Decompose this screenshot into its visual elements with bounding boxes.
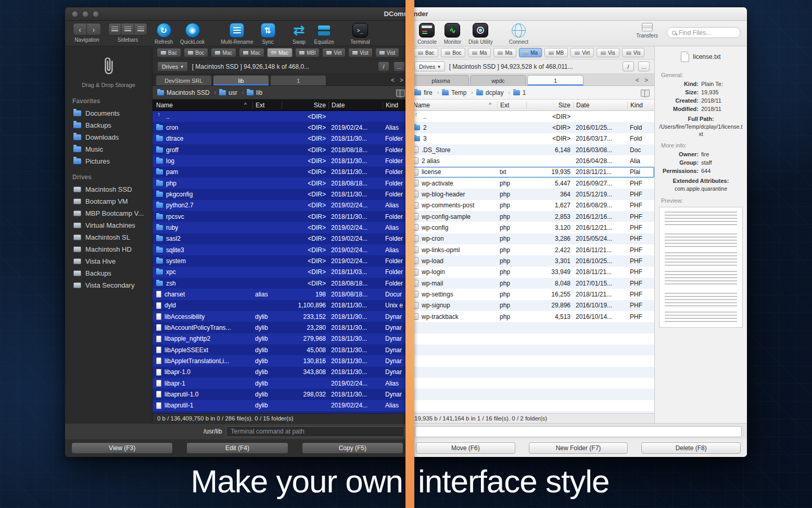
column-size[interactable]: Size xyxy=(282,102,328,109)
drives-dropdown[interactable]: Drives xyxy=(157,61,188,71)
file-row[interactable]: dtrace <DIR> 2018/11/30... Folder xyxy=(153,133,410,144)
file-row[interactable]: 2 alias 2016/04/28... Alia xyxy=(410,155,654,166)
file-row[interactable]: .. <DIR> xyxy=(410,111,654,122)
file-row[interactable]: pkgconfig <DIR> 2018/11/30... Folder xyxy=(153,189,410,200)
file-row[interactable]: wp-cron php 3,286 2015/05/24... PHF xyxy=(410,233,654,244)
tab[interactable]: wpdc xyxy=(470,75,526,85)
toolbar-item[interactable]: QuickLook xyxy=(180,23,205,45)
function-button[interactable]: New Folder (F7) xyxy=(529,442,628,454)
close-button[interactable] xyxy=(72,11,78,17)
drive-chip[interactable]: Vis xyxy=(622,48,645,57)
drive-chip[interactable]: Virt xyxy=(570,48,594,57)
next-tab-button[interactable]: > xyxy=(644,77,648,84)
file-row[interactable]: python2.7 <DIR> 2019/02/24... Alias xyxy=(153,200,410,211)
file-row[interactable]: wp-load php 3,301 2016/10/25... PHF xyxy=(410,255,654,266)
file-row[interactable]: libAppleSSEExt dylib 45,008 2018/11/30..… xyxy=(153,344,410,355)
file-row[interactable]: libAccountPolicyTrans... dylib 23,280 20… xyxy=(153,322,410,333)
zoom-button[interactable] xyxy=(93,11,99,17)
drive-chip[interactable]: Virt xyxy=(322,48,346,57)
back-button[interactable]: ‹ xyxy=(73,23,87,35)
sidebar-item[interactable]: MBP Bootcamp V... xyxy=(65,207,152,219)
toolbar-item[interactable]: Monitor xyxy=(444,23,461,45)
sidebar-item[interactable]: Documents xyxy=(65,107,152,119)
sidebar-item[interactable]: Backups xyxy=(65,119,152,131)
toolbar-item[interactable]: Terminal xyxy=(350,23,370,45)
column-ext[interactable]: Ext xyxy=(252,102,282,109)
file-row[interactable]: libAppletTranslationLi... dylib 130,816 … xyxy=(153,355,410,366)
column-size[interactable]: Size xyxy=(526,102,573,109)
function-button[interactable]: Delete (F8) xyxy=(641,442,741,454)
breadcrumb-item[interactable]: dcplay › xyxy=(476,89,512,96)
transfers-button[interactable]: Transfers xyxy=(636,23,658,39)
sidebar-item[interactable]: Vista Secondary xyxy=(65,279,152,291)
file-row[interactable]: cron <DIR> 2019/02/24... Alias xyxy=(153,122,410,133)
file-row[interactable]: sqlite3 <DIR> 2019/02/24... Alias xyxy=(153,244,410,255)
toolbar-item[interactable]: Sync xyxy=(261,23,275,45)
toolbar-item[interactable]: Multi-Rename xyxy=(221,23,253,45)
drive-chip[interactable]: Vist xyxy=(375,48,400,57)
file-row[interactable]: dyld 1,100,896 2018/11/30... Unix e xyxy=(153,300,410,311)
file-row[interactable]: wp-activate php 5,447 2016/09/27... PHF xyxy=(410,178,654,189)
file-row[interactable]: log <DIR> 2018/11/30... Folder xyxy=(153,155,410,166)
column-name[interactable]: Name^ xyxy=(410,102,497,109)
file-row[interactable]: wp-config php 3,120 2016/12/21... PHF xyxy=(410,222,654,233)
sidebar-layout-right-icon[interactable] xyxy=(134,23,147,35)
column-date[interactable]: Date xyxy=(328,102,383,109)
file-row[interactable]: wp-signup php 29,896 2016/10/19... PHF xyxy=(410,300,654,311)
drives-dropdown[interactable]: Drives xyxy=(414,61,445,71)
column-kind[interactable]: Kind xyxy=(627,102,654,109)
toolbar-item[interactable]: Equalize xyxy=(314,23,334,45)
drive-chip[interactable]: Vist xyxy=(348,48,373,57)
file-row[interactable]: libapple_nghttp2 dylib 279,968 2018/11/3… xyxy=(153,333,410,344)
file-row[interactable]: ruby <DIR> 2019/02/24... Alias xyxy=(153,222,410,233)
tab[interactable]: plasma xyxy=(413,75,469,85)
root-button[interactable]: / xyxy=(378,61,389,71)
drive-chip[interactable]: Ma xyxy=(468,48,491,57)
drive-chip[interactable]: Boc xyxy=(184,48,208,57)
function-button[interactable]: Copy (F5) xyxy=(302,442,403,454)
file-row[interactable]: libaprutil-1.0 dylib 298,032 2018/11/30.… xyxy=(153,389,410,400)
terminal-command-input[interactable] xyxy=(226,426,404,437)
file-row[interactable]: wp-login php 33,949 2018/11/21... PHF xyxy=(410,267,654,278)
file-row[interactable]: .. <DIR> xyxy=(153,111,410,122)
file-row[interactable]: sasl2 <DIR> 2019/02/24... Folder xyxy=(153,233,410,244)
toolbar-item[interactable]: Swap xyxy=(291,23,307,45)
file-row[interactable]: groff <DIR> 2018/08/18... Folder xyxy=(153,144,410,155)
search-input[interactable] xyxy=(679,29,735,36)
drive-chip[interactable]: Ma xyxy=(493,48,516,57)
more-button[interactable]: ... xyxy=(394,61,405,71)
breadcrumb-item[interactable]: Macintosh SSD › xyxy=(157,89,218,96)
file-row[interactable]: wp-mail php 8,048 2017/01/15... PHF xyxy=(410,278,654,289)
toolbar-item[interactable]: Connect xyxy=(509,23,528,45)
terminal-command-input[interactable] xyxy=(415,426,742,437)
drive-chip[interactable]: MB xyxy=(544,48,568,57)
breadcrumb-item[interactable]: Temp › xyxy=(442,89,475,96)
bookmarks-icon[interactable] xyxy=(396,90,405,96)
file-row[interactable]: wp-blog-header php 364 2015/12/19... PHF xyxy=(410,189,654,200)
function-button[interactable]: Move (F6) xyxy=(416,442,515,454)
file-row[interactable]: wp-comments-post php 1,627 2016/08/29...… xyxy=(410,200,654,211)
column-ext[interactable]: Ext xyxy=(497,102,526,109)
file-row[interactable]: license txt 19,935 2018/11/21... Plai xyxy=(410,167,654,178)
file-row[interactable]: wp-config-sample php 2,853 2016/12/16...… xyxy=(410,211,654,222)
file-row[interactable]: libaprutil-1 dylib 2019/02/24... Alias xyxy=(153,400,410,411)
sidebar-item[interactable]: Machintosh HD xyxy=(65,243,152,255)
file-row[interactable]: 2 <DIR> 2016/01/25... Fold xyxy=(410,122,654,133)
drive-chip[interactable]: MBl xyxy=(295,48,320,57)
sidebar-item[interactable]: Vista Hive xyxy=(65,255,152,267)
drive-chip[interactable]: Bac xyxy=(414,48,438,57)
drag-drop-storage[interactable]: Drag & Drop Storage xyxy=(70,52,147,88)
file-row[interactable]: charset alias 198 2018/08/18... Docur xyxy=(153,289,410,300)
sidebar-item[interactable]: Machintosh SL xyxy=(65,231,152,243)
sidebar-layout-left-icon[interactable] xyxy=(108,23,121,35)
drive-chip[interactable]: Mac xyxy=(239,48,264,57)
breadcrumb-item[interactable]: lib › xyxy=(247,89,262,96)
drive-chip[interactable]: Vis xyxy=(597,48,619,57)
prev-tab-button[interactable]: < xyxy=(391,77,395,84)
bookmarks-icon[interactable] xyxy=(641,90,650,96)
tab[interactable]: lib xyxy=(213,75,269,85)
file-row[interactable]: libAccessibility dylib 233,152 2018/11/3… xyxy=(153,311,410,322)
sidebar-item[interactable]: Bootcamp VM xyxy=(65,195,152,207)
drive-chip[interactable]: Ma xyxy=(519,48,542,57)
breadcrumb-item[interactable]: 1 › xyxy=(513,89,526,96)
